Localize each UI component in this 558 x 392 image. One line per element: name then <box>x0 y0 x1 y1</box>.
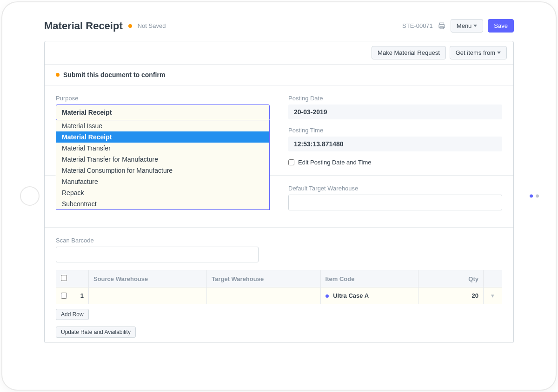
scan-barcode-field: Scan Barcode <box>56 237 259 262</box>
status-dot-icon <box>128 24 132 28</box>
get-items-from-label: Get items from <box>456 49 495 56</box>
column-header-qty: Qty <box>418 270 484 287</box>
form-toolbar: Make Material Request Get items from <box>45 41 513 65</box>
cell-source-warehouse[interactable] <box>89 287 207 304</box>
posting-date-value: 20-03-2019 <box>288 105 502 119</box>
cell-qty[interactable]: 20 <box>418 287 484 304</box>
chevron-down-icon <box>473 25 477 27</box>
edit-posting-checkbox[interactable] <box>288 159 294 165</box>
posting-time-field: Posting Time 12:53:13.871480 <box>288 127 502 151</box>
default-target-warehouse-field: Default Target Warehouse <box>288 185 502 210</box>
form-card: Make Material Request Get items from Sub… <box>44 41 514 343</box>
purpose-label: Purpose <box>56 95 270 102</box>
purpose-option-material-transfer-manufacture[interactable]: Material Transfer for Manufacture <box>56 154 269 165</box>
carousel-indicator <box>530 195 539 198</box>
scan-barcode-label: Scan Barcode <box>56 237 259 244</box>
row-index: 1 <box>80 292 84 299</box>
posting-time-value: 12:53:13.871480 <box>288 137 502 151</box>
purpose-option-material-issue[interactable]: Material Issue <box>56 120 269 131</box>
purpose-option-manufacture[interactable]: Manufacture <box>56 176 269 187</box>
message-bar: Submit this document to confirm <box>45 65 513 85</box>
chevron-down-icon <box>497 52 501 54</box>
default-target-warehouse-label: Default Target Warehouse <box>288 185 502 192</box>
cell-item-code[interactable]: Ultra Case A <box>320 287 418 304</box>
print-icon[interactable] <box>438 22 446 30</box>
menu-button-label: Menu <box>457 22 472 29</box>
cell-target-warehouse[interactable] <box>207 287 320 304</box>
default-target-warehouse-input[interactable] <box>288 195 502 210</box>
tablet-frame: Material Receipt Not Saved STE-00071 Men… <box>2 2 556 390</box>
page-header: Material Receipt Not Saved STE-00071 Men… <box>44 13 514 41</box>
purpose-option-repack[interactable]: Repack <box>56 187 269 198</box>
item-status-dot-icon <box>326 294 329 298</box>
row-checkbox[interactable] <box>61 293 67 299</box>
posting-date-label: Posting Date <box>288 95 502 102</box>
item-name: Ultra Case A <box>333 292 369 299</box>
purpose-option-material-consumption-manufacture[interactable]: Material Consumption for Manufacture <box>56 165 269 176</box>
message-text: Submit this document to confirm <box>63 71 165 78</box>
purpose-dropdown-menu: Material Issue Material Receipt Material… <box>56 120 270 210</box>
edit-posting-checkbox-line: Edit Posting Date and Time <box>288 159 502 166</box>
menu-button[interactable]: Menu <box>451 19 484 33</box>
purpose-option-material-receipt[interactable]: Material Receipt <box>56 131 269 143</box>
column-header-target-warehouse: Target Warehouse <box>207 270 320 287</box>
scan-barcode-input[interactable] <box>56 247 259 262</box>
column-header-settings <box>484 270 502 287</box>
column-header-item-code: Item Code <box>320 270 418 287</box>
save-button[interactable]: Save <box>488 19 514 33</box>
get-items-from-button[interactable]: Get items from <box>450 46 507 59</box>
posting-time-label: Posting Time <box>288 127 502 134</box>
select-all-checkbox[interactable] <box>61 275 67 281</box>
purpose-option-subcontract[interactable]: Subcontract <box>56 198 269 209</box>
add-row-button[interactable]: Add Row <box>56 309 89 320</box>
chevron-down-icon: ▾ <box>491 292 494 299</box>
purpose-field: Purpose Material Issue Material Receipt … <box>56 95 270 120</box>
purpose-option-material-transfer[interactable]: Material Transfer <box>56 143 269 154</box>
cell-row-settings[interactable]: ▾ <box>484 287 502 304</box>
home-button[interactable] <box>20 186 40 206</box>
column-header-checkbox <box>56 270 89 287</box>
warning-dot-icon <box>56 73 60 77</box>
page-title: Material Receipt <box>44 20 123 32</box>
purpose-input[interactable] <box>56 105 270 120</box>
edit-posting-checkbox-label: Edit Posting Date and Time <box>298 159 372 166</box>
save-button-label: Save <box>494 22 508 29</box>
make-material-request-button[interactable]: Make Material Request <box>372 46 446 59</box>
update-rate-button[interactable]: Update Rate and Availability <box>56 327 136 338</box>
document-id: STE-00071 <box>402 22 433 29</box>
items-table: Source Warehouse Target Warehouse Item C… <box>56 270 502 304</box>
column-header-source-warehouse: Source Warehouse <box>89 270 207 287</box>
posting-date-field: Posting Date 20-03-2019 <box>288 95 502 119</box>
document-status: Not Saved <box>138 22 166 29</box>
table-row[interactable]: 1 Ultra Case A 20 <box>56 287 502 304</box>
